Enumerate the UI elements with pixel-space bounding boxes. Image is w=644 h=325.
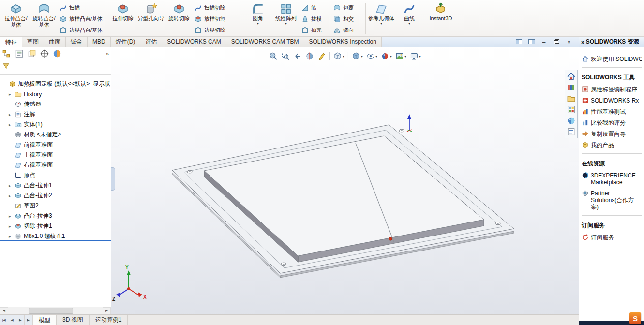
configurationmanager-icon[interactable] xyxy=(27,49,37,59)
tree-item-annotations[interactable]: ▸ 注解 xyxy=(0,109,111,119)
tree-item-boss-extrude1[interactable]: ▸ 凸台-拉伸1 xyxy=(0,180,111,191)
appearances-scenes-icon[interactable] xyxy=(567,116,576,125)
hide-show-items-button[interactable]: ▾ xyxy=(365,51,378,61)
tree-item-top-plane[interactable]: 上视基准面 xyxy=(0,150,111,160)
tree-item-front-plane[interactable]: 前视基准面 xyxy=(0,140,111,150)
section-view-button[interactable] xyxy=(304,51,315,61)
collapse-chevrons-icon[interactable]: » xyxy=(581,39,584,45)
tab-sheet-metal[interactable]: 钣金 xyxy=(66,37,88,47)
tree-item-boss-extrude3[interactable]: ▸ 凸台-拉伸3 xyxy=(0,211,111,221)
linear-pattern-flyout-caret[interactable]: ▾ xyxy=(285,22,287,25)
file-explorer-icon[interactable] xyxy=(567,94,576,103)
zoom-to-area-button[interactable] xyxy=(280,51,291,61)
filter-funnel-icon[interactable] xyxy=(2,62,10,70)
tab-weldments[interactable]: 焊件(D) xyxy=(111,37,141,47)
expander-icon[interactable]: ▸ xyxy=(9,112,15,117)
expander-icon[interactable]: ▸ xyxy=(9,193,15,198)
first-tab-button[interactable]: |◀ xyxy=(0,315,8,325)
performance-benchmark-link[interactable]: 性能基准测试 xyxy=(582,108,642,115)
zoom-to-fit-button[interactable] xyxy=(268,51,279,61)
scroll-left-arrow[interactable]: ◄ xyxy=(0,307,8,314)
boundary-cut-button[interactable]: 边界切除 xyxy=(193,25,240,36)
scrollbar-track[interactable] xyxy=(8,307,103,314)
hole-wizard-button[interactable]: 异型孔向导 xyxy=(137,1,165,36)
intersect-button[interactable]: 相交 xyxy=(332,14,364,25)
my-products-link[interactable]: 我的产品 xyxy=(582,142,642,148)
feature-direction-arrow[interactable] xyxy=(407,114,412,132)
tree-item-boss-extrude2[interactable]: ▸ 凸台-拉伸2 xyxy=(0,191,111,201)
tree-item-tapped-hole[interactable]: ▸ M8x1.0 螺纹孔1 xyxy=(0,231,111,241)
tab-solidworks-cam[interactable]: SOLIDWORKS CAM xyxy=(162,37,226,47)
graphics-viewport[interactable]: Y X Z ▾ ▾ xyxy=(111,47,579,314)
expander-icon[interactable]: ▸ xyxy=(9,234,15,239)
shell-button[interactable]: 抽壳 xyxy=(300,25,332,36)
wrap-button[interactable]: 包覆 xyxy=(332,2,364,14)
copy-settings-wizard-link[interactable]: 复制设置向导 xyxy=(582,131,642,137)
rib-button[interactable]: 筋 xyxy=(300,2,332,14)
restore-button[interactable] xyxy=(553,38,560,46)
extruded-boss-button[interactable]: 拉伸凸台/基体 xyxy=(2,1,30,36)
dynamic-annotation-views-button[interactable] xyxy=(316,51,327,61)
expander-icon[interactable]: ▸ xyxy=(9,214,15,219)
custom-properties-icon[interactable] xyxy=(567,127,576,136)
view-palette-icon[interactable] xyxy=(567,105,576,114)
edit-appearance-button[interactable]: ▾ xyxy=(380,51,393,61)
3d-model-view[interactable]: Y X Z xyxy=(111,47,579,314)
swept-cut-button[interactable]: 扫描切除 xyxy=(193,2,240,14)
dock-pane-left-icon[interactable] xyxy=(515,38,523,46)
boundary-boss-button[interactable]: 边界凸台/基体 xyxy=(58,25,105,36)
revolved-cut-button[interactable]: 旋转切除 xyxy=(165,1,193,36)
corner-hole[interactable] xyxy=(187,170,192,173)
next-tab-button[interactable]: ▶ xyxy=(16,315,25,325)
welcome-link[interactable]: 欢迎使用 SOLIDWORKS xyxy=(582,56,642,62)
lofted-boss-button[interactable]: 放样凸台/基体 xyxy=(58,14,105,25)
tree-item-history[interactable]: ▸ History xyxy=(0,89,111,99)
curves-flyout-caret[interactable]: ▾ xyxy=(408,22,410,25)
design-library-icon[interactable] xyxy=(567,83,576,92)
revolved-boss-button[interactable]: 旋转凸台/基体 xyxy=(30,1,58,36)
property-tab-builder-link[interactable]: 属性标签编制程序 xyxy=(582,86,642,93)
tab-evaluate[interactable]: 评估 xyxy=(140,37,162,47)
expander-icon[interactable]: ▸ xyxy=(9,92,15,97)
panel-splitter-handle[interactable] xyxy=(111,167,115,191)
featuremanager-tree-icon[interactable] xyxy=(2,49,12,59)
lofted-cut-button[interactable]: 放样切割 xyxy=(193,14,240,25)
sketch-point[interactable] xyxy=(389,237,392,240)
previous-view-button[interactable] xyxy=(292,51,303,61)
compare-my-score-link[interactable]: 比较我的评分 xyxy=(582,119,642,126)
swept-boss-button[interactable]: 扫描 xyxy=(58,2,105,14)
mirror-button[interactable]: 镜向 xyxy=(332,25,364,36)
view-settings-button[interactable]: ▾ xyxy=(409,51,422,61)
expander-icon[interactable]: ▸ xyxy=(9,224,15,229)
view-orientation-button[interactable]: ▾ xyxy=(332,51,345,61)
scroll-right-arrow[interactable]: ► xyxy=(103,307,111,314)
tree-item-right-plane[interactable]: 右视基准面 xyxy=(0,160,111,170)
tree-item-material[interactable]: 材质 <未指定> xyxy=(0,130,111,140)
minimize-button[interactable]: – xyxy=(540,38,548,46)
panel-expand-chevron-icon[interactable]: » xyxy=(106,51,109,57)
tree-item-solid-bodies[interactable]: ▸ 实体(1) xyxy=(0,119,111,130)
3dexperience-marketplace-link[interactable]: 3DEXPERIENCE Marketplace xyxy=(582,172,642,186)
solidworks-rx-link[interactable]: SOLIDWORKS Rx xyxy=(582,97,642,104)
dimxpertmanager-icon[interactable] xyxy=(40,49,49,59)
home-icon[interactable] xyxy=(567,72,576,81)
tab-features[interactable]: 特征 xyxy=(0,37,22,47)
displaymanager-icon[interactable] xyxy=(52,49,62,59)
last-tab-button[interactable]: ▶| xyxy=(25,315,33,325)
tree-item-part[interactable]: 加热板固定板 (默认<<默认>_显示状 xyxy=(0,79,111,89)
tab-solidworks-inspection[interactable]: SOLIDWORKS Inspection xyxy=(304,37,382,47)
previous-tab-button[interactable]: ◀ xyxy=(8,315,16,325)
fillet-flyout-caret[interactable]: ▾ xyxy=(257,22,259,25)
reference-geometry-button[interactable]: 参考几何体 ▾ xyxy=(367,1,395,36)
propertymanager-icon[interactable] xyxy=(15,49,24,59)
tab-mbd[interactable]: MBD xyxy=(88,37,111,47)
apply-scene-button[interactable]: ▾ xyxy=(394,51,407,61)
tree-item-sketch2[interactable]: 草图2 xyxy=(0,201,111,211)
curves-button[interactable]: 曲线 ▾ xyxy=(395,1,423,36)
tab-3d-views[interactable]: 3D 视图 xyxy=(57,315,90,325)
partner-solutions-link[interactable]: Partner Solutions(合作方案) xyxy=(582,190,642,210)
subscription-services-link[interactable]: 订阅服务 xyxy=(582,234,642,241)
tab-solidworks-cam-tbm[interactable]: SOLIDWORKS CAM TBM xyxy=(226,37,304,47)
scrollbar-thumb[interactable] xyxy=(29,308,73,314)
expander-icon[interactable]: ▸ xyxy=(9,183,15,188)
